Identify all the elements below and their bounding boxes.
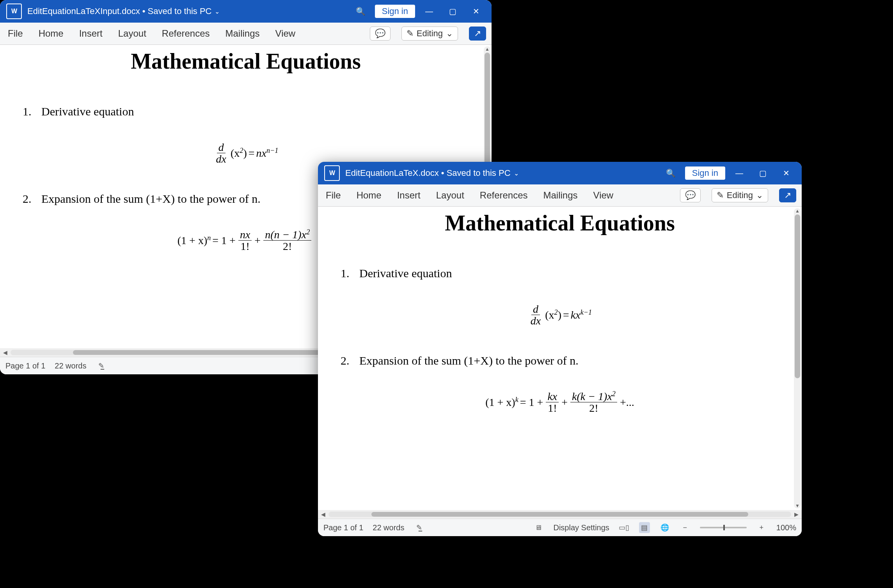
page-title: Mathematical Equations: [334, 211, 786, 236]
scroll-down-icon[interactable]: ▼: [794, 503, 801, 508]
item-text: Expansion of the sum (1+X) to the power …: [41, 192, 261, 205]
tab-references[interactable]: References: [478, 188, 530, 202]
zoom-slider[interactable]: [700, 527, 747, 528]
close-button[interactable]: ✕: [464, 0, 488, 23]
page-indicator[interactable]: Page 1 of 1: [323, 523, 363, 532]
page-title: Mathematical Equations: [16, 49, 476, 74]
chevron-down-icon: ⌄: [446, 28, 453, 39]
document-content[interactable]: Mathematical Equations 1. Derivative equ…: [318, 207, 802, 457]
list-item: 2. Expansion of the sum (1+X) to the pow…: [334, 354, 786, 367]
word-count[interactable]: 22 words: [55, 361, 86, 370]
zoom-out-button[interactable]: −: [680, 522, 691, 533]
page-indicator[interactable]: Page 1 of 1: [5, 361, 45, 370]
web-layout-icon[interactable]: 🌐: [659, 522, 670, 533]
ribbon: File Home Insert Layout References Maili…: [0, 23, 492, 45]
vertical-scrollbar[interactable]: ▲ ▼: [794, 208, 801, 508]
document-area: Mathematical Equations 1. Derivative equ…: [318, 207, 802, 510]
search-icon[interactable]: 🔍: [349, 0, 373, 23]
list-item: 1. Derivative equation: [334, 267, 786, 280]
word-app-icon: W: [324, 165, 340, 181]
tab-layout[interactable]: Layout: [434, 188, 467, 202]
zoom-in-button[interactable]: +: [756, 522, 767, 533]
document-filename: EditEquationLaTeX.docx: [345, 168, 439, 178]
tab-file[interactable]: File: [5, 27, 25, 41]
editing-mode-button[interactable]: ✎ Editing ⌄: [712, 188, 768, 202]
minimize-button[interactable]: —: [728, 162, 751, 184]
equation-derivative: d dx (x2) = kxk−1: [334, 303, 786, 327]
equation-expansion: (1 + x)k = 1 + kx 1! + k(k − 1)x2 2! +..…: [334, 391, 786, 414]
tab-insert[interactable]: Insert: [395, 188, 423, 202]
item-number: 2.: [23, 192, 36, 205]
comments-button[interactable]: 💬: [680, 188, 701, 202]
save-status: Saved to this PC: [148, 6, 212, 16]
scroll-right-icon[interactable]: ▶: [794, 511, 799, 517]
scroll-up-icon[interactable]: ▲: [794, 208, 801, 214]
tab-mailings[interactable]: Mailings: [223, 27, 262, 41]
scroll-up-icon[interactable]: ▲: [484, 46, 491, 52]
tab-references[interactable]: References: [160, 27, 212, 41]
list-item: 1. Derivative equation: [16, 105, 476, 118]
scroll-left-icon[interactable]: ◀: [321, 511, 325, 517]
word-window-2: W EditEquationLaTeX.docx • Saved to this…: [318, 162, 802, 536]
title-separator: •: [439, 168, 447, 178]
item-text: Derivative equation: [41, 105, 134, 118]
chevron-down-icon[interactable]: ⌄: [215, 8, 220, 15]
spellcheck-icon[interactable]: ✎̲: [96, 360, 107, 371]
tab-file[interactable]: File: [323, 188, 343, 202]
editing-label: Editing: [727, 190, 753, 200]
print-layout-icon[interactable]: ▤: [639, 522, 650, 533]
spellcheck-icon[interactable]: ✎̲: [414, 522, 424, 533]
horizontal-scrollbar[interactable]: ◀ ▶: [318, 510, 802, 519]
equation-derivative: d dx (x2) = nxn−1: [16, 142, 476, 165]
maximize-button[interactable]: ▢: [751, 162, 774, 184]
tab-view[interactable]: View: [273, 27, 298, 41]
item-number: 1.: [23, 105, 36, 118]
editing-label: Editing: [417, 28, 443, 39]
item-number: 2.: [341, 354, 354, 367]
search-icon[interactable]: 🔍: [659, 162, 683, 184]
share-button[interactable]: ↗: [779, 188, 796, 202]
tab-insert[interactable]: Insert: [77, 27, 105, 41]
hscroll-thumb[interactable]: [371, 512, 748, 517]
statusbar: Page 1 of 1 22 words ✎̲ 🖥 Display Settin…: [318, 519, 802, 536]
tab-home[interactable]: Home: [36, 27, 66, 41]
comments-button[interactable]: 💬: [370, 27, 391, 41]
zoom-level[interactable]: 100%: [776, 523, 796, 532]
read-mode-icon[interactable]: ▭▯: [619, 522, 630, 533]
sign-in-button[interactable]: Sign in: [685, 166, 725, 180]
minimize-button[interactable]: —: [417, 0, 441, 23]
scrollbar-thumb[interactable]: [485, 53, 490, 177]
title-separator: •: [140, 6, 148, 16]
word-count[interactable]: 22 words: [373, 523, 404, 532]
save-status: Saved to this PC: [447, 168, 511, 178]
titlebar: W EditEquationLaTeXInput.docx • Saved to…: [0, 0, 492, 23]
editing-mode-button[interactable]: ✎ Editing ⌄: [401, 27, 458, 41]
scrollbar-thumb[interactable]: [795, 214, 800, 378]
ribbon: File Home Insert Layout References Maili…: [318, 184, 802, 207]
pencil-icon: ✎: [717, 190, 724, 200]
item-text: Derivative equation: [359, 267, 452, 280]
share-button[interactable]: ↗: [469, 27, 486, 41]
display-settings-button[interactable]: Display Settings: [553, 523, 609, 532]
chevron-down-icon: ⌄: [756, 190, 763, 200]
scroll-left-icon[interactable]: ◀: [3, 349, 7, 356]
document-filename: EditEquationLaTeXInput.docx: [27, 6, 140, 16]
item-text: Expansion of the sum (1+X) to the power …: [359, 354, 579, 367]
tab-home[interactable]: Home: [354, 188, 384, 202]
close-button[interactable]: ✕: [774, 162, 798, 184]
tab-layout[interactable]: Layout: [116, 27, 149, 41]
maximize-button[interactable]: ▢: [441, 0, 464, 23]
tab-view[interactable]: View: [591, 188, 616, 202]
sign-in-button[interactable]: Sign in: [375, 5, 415, 18]
item-number: 1.: [341, 267, 354, 280]
chevron-down-icon[interactable]: ⌄: [514, 170, 519, 177]
word-app-icon: W: [6, 4, 22, 19]
display-settings-icon: 🖥: [533, 522, 544, 533]
pencil-icon: ✎: [407, 28, 414, 39]
tab-mailings[interactable]: Mailings: [541, 188, 580, 202]
titlebar: W EditEquationLaTeX.docx • Saved to this…: [318, 162, 802, 184]
